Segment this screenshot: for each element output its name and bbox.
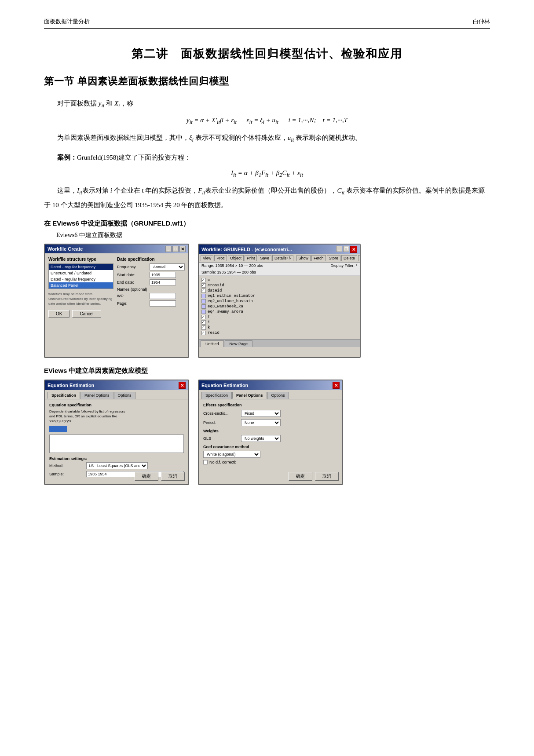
- eq1-close-btn[interactable]: ✕: [179, 382, 186, 389]
- wf-structure-list[interactable]: Dated - regular frequency Unstructured /…: [48, 263, 113, 289]
- wf-list-item-2[interactable]: Dated - regular frequency: [49, 276, 113, 282]
- eq2-tab-options[interactable]: Options: [267, 392, 289, 399]
- grunfeld-close-btn[interactable]: ✕: [350, 246, 357, 253]
- var-i-checkbox[interactable]: [201, 320, 206, 325]
- wf-cancel-btn[interactable]: Cancel: [72, 310, 101, 318]
- wf-name-row: WF:: [117, 293, 185, 299]
- eq2-gls-label: GLS: [203, 436, 238, 441]
- start-input[interactable]: [150, 272, 176, 278]
- eq2-cross-select[interactable]: Fixed Random None: [241, 410, 281, 417]
- var-k-name: k: [208, 325, 210, 330]
- page-name-row: Page:: [117, 300, 185, 307]
- date-spec-area: Frequency Annual Start date: End date:: [117, 263, 185, 307]
- eq1-tab-options[interactable]: Options: [114, 392, 135, 399]
- dialog-titlebar: Workfile Create _ □ ✕: [45, 245, 188, 253]
- wf-list-item-3[interactable]: Balanced Panel: [49, 282, 113, 289]
- screenshots-row1: Workfile Create _ □ ✕ Workfile structure…: [44, 244, 490, 358]
- eq2-ok-btn[interactable]: 确定: [289, 472, 312, 481]
- var-eq1-checkbox[interactable]: [201, 294, 206, 298]
- end-label: End date:: [117, 280, 148, 285]
- eq1-method-row: Method: LS - Least Squares (OLS and AR): [49, 462, 184, 469]
- var-eq2-checkbox[interactable]: [201, 299, 206, 303]
- eq2-dof-checkbox[interactable]: [203, 460, 208, 464]
- toolbar-fetch[interactable]: Fetch: [311, 255, 326, 261]
- wf-list-item-1[interactable]: Unstructured / Undated: [49, 270, 113, 276]
- wf-ok-btn[interactable]: OK: [48, 310, 69, 318]
- formula2: Iit = α + β1Fit + β2Cit + εit: [44, 169, 490, 179]
- workfile-create-dialog[interactable]: Workfile Create _ □ ✕ Workfile structure…: [44, 244, 189, 358]
- end-input[interactable]: [150, 279, 176, 285]
- var-crossid-checkbox[interactable]: [201, 283, 206, 288]
- eq1-tab-spec[interactable]: Specification: [48, 392, 80, 399]
- var-eq3-name: eq3_wansbeek_ka: [208, 304, 243, 309]
- var-resid-checkbox[interactable]: [201, 331, 206, 335]
- toolbar-proc[interactable]: Proc: [214, 255, 227, 261]
- var-eq4-checkbox[interactable]: [201, 310, 206, 314]
- var-eq3-checkbox[interactable]: [201, 304, 206, 309]
- eq2-weights-label: Weights: [203, 429, 338, 433]
- eq1-method-select[interactable]: LS - Least Squares (OLS and AR): [86, 462, 148, 469]
- eq-dialog1[interactable]: Equation Estimation ✕ Specification Pane…: [44, 380, 189, 485]
- toolbar-object[interactable]: Object: [228, 255, 244, 261]
- var-i-name: i: [208, 320, 210, 325]
- minimize-btn[interactable]: _: [165, 246, 172, 252]
- var-dateid-checkbox[interactable]: [201, 289, 206, 293]
- close-btn[interactable]: ✕: [179, 246, 186, 252]
- wf-label: WF:: [117, 294, 148, 298]
- names-label: Names (optional): [117, 287, 147, 292]
- eq1-spec-desc: Dependent variable followed by list of r…: [49, 409, 184, 424]
- var-k-checkbox[interactable]: [201, 325, 206, 330]
- eq2-tabs: Specification Panel Options Options: [199, 390, 342, 399]
- toolbar-view[interactable]: View: [201, 255, 213, 261]
- screenshots-row2: Equation Estimation ✕ Specification Pane…: [44, 380, 490, 485]
- var-c-name: c: [208, 278, 210, 282]
- eq1-method-label: Method:: [49, 464, 84, 468]
- eq1-tab-panel[interactable]: Panel Options: [80, 392, 113, 399]
- eq2-cancel-btn[interactable]: 取消: [315, 472, 339, 481]
- toolbar-delete[interactable]: Delete: [341, 255, 357, 261]
- eq1-cancel-btn[interactable]: 取消: [161, 472, 185, 481]
- page-name-input[interactable]: [150, 300, 176, 307]
- grunfeld-minimize-btn[interactable]: _: [336, 246, 342, 252]
- toolbar-show[interactable]: Show: [296, 255, 311, 261]
- tab-untitled[interactable]: Untitled: [201, 340, 224, 347]
- page-label: Page:: [117, 301, 148, 306]
- wf-list-item-0[interactable]: Dated - regular frequency: [49, 264, 113, 270]
- eq2-tab-spec[interactable]: Specification: [201, 392, 232, 399]
- toolbar-print[interactable]: Print: [245, 255, 257, 261]
- toolbar-g[interactable]: G: [358, 255, 361, 261]
- tab-newpage[interactable]: New Page: [225, 340, 253, 347]
- var-f-checkbox[interactable]: [201, 315, 206, 319]
- wf-name-input[interactable]: [150, 293, 176, 299]
- eq2-gls-select[interactable]: No weights: [241, 435, 281, 442]
- eq2-period-select[interactable]: None Fixed Random: [241, 419, 281, 426]
- toolbar-save[interactable]: Save: [258, 255, 271, 261]
- eq2-body: Effects specification Cross-sectio... Fi…: [199, 399, 342, 481]
- toolbar-store[interactable]: Store: [327, 255, 341, 261]
- eq2-close-btn[interactable]: ✕: [333, 382, 340, 389]
- case-label: 案例：: [57, 153, 77, 161]
- eq2-coef-select[interactable]: White (diagonal): [203, 451, 260, 458]
- eq1-title: Equation Estimation: [48, 383, 94, 388]
- page: 面板数据计量分析 白仲林 第二讲 面板数据线性回归模型估计、检验和应用 第一节 …: [0, 0, 534, 756]
- freq-dropdown[interactable]: Annual: [150, 263, 185, 270]
- grunfeld-title-btns: _ ❐ ✕: [336, 246, 357, 253]
- var-eq4: eq4_swamy_arora: [201, 309, 357, 314]
- eq1-spec-textarea[interactable]: [49, 435, 184, 453]
- titlebar-buttons: _ □ ✕: [165, 246, 186, 252]
- grunfeld-restore-btn[interactable]: ❐: [343, 246, 349, 252]
- var-f: f: [201, 314, 357, 320]
- eq2-tab-panel[interactable]: Panel Options: [232, 392, 267, 399]
- var-c-checkbox[interactable]: [201, 278, 206, 282]
- eq1-spec-label: Equation specification: [49, 403, 184, 407]
- maximize-btn[interactable]: □: [172, 246, 179, 252]
- eq2-effects-label: Effects specification: [203, 403, 338, 407]
- eq1-sample-label: Sample:: [49, 472, 84, 476]
- para2: 为单因素误差面板数据线性回归模型，其中，ξi 表示不可观测的个体特殊效应，uit…: [44, 131, 490, 146]
- eq1-ok-btn[interactable]: 确定: [135, 472, 158, 481]
- toolbar-details[interactable]: Details+/-: [272, 255, 293, 261]
- subsection2-title: EViews 中建立单因素固定效应模型: [44, 367, 490, 375]
- workfile-grunfeld-dialog[interactable]: Workfile: GRUNFELD - (e:\econometri... _…: [198, 244, 361, 358]
- eq-dialog2[interactable]: Equation Estimation ✕ Specification Pane…: [198, 380, 343, 485]
- wf-note: workfiles may be made from Unstructured …: [48, 292, 113, 307]
